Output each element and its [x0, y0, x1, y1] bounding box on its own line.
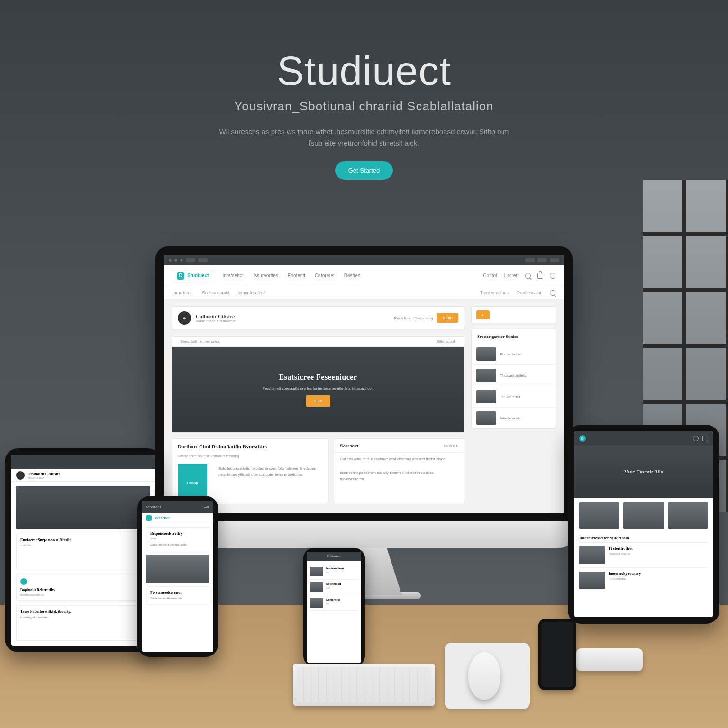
keyboard — [293, 664, 435, 706]
grid-thumb[interactable] — [668, 502, 708, 529]
hero-title: Studiuect — [151, 47, 577, 94]
thumb — [579, 572, 605, 589]
subnav-item[interactable]: T ore versttoes — [480, 291, 509, 295]
card-meta: oters — [150, 537, 205, 540]
status-text: secemaoll — [146, 505, 161, 509]
brand-name: Tvitsohof — [155, 516, 170, 519]
logo-mark-icon[interactable]: D — [579, 435, 586, 442]
item-meta: Inoterostt sou tes — [609, 552, 633, 555]
list-item[interactable]: Sototeresdcos — [310, 580, 358, 595]
search-icon[interactable] — [693, 436, 699, 441]
hero-card-title: Esatsicree Feseeniucer — [279, 373, 357, 382]
tablet-left-title: Endiaidt Chilisnt — [28, 472, 60, 476]
tab-item[interactable]: Enestisoth Imonersoiss — [181, 339, 220, 344]
phone-nav: Tvitsohof — [142, 513, 213, 523]
subnav-item[interactable]: Prorhessatat — [517, 291, 541, 295]
sidebar-item[interactable]: Tf tultalerrut — [472, 386, 556, 408]
tablet-left-hero-image[interactable] — [16, 486, 150, 529]
hero-card-cta[interactable]: Start — [306, 395, 330, 407]
thumb — [310, 567, 323, 576]
card-title: Bopittalit Relterotiby — [20, 588, 146, 592]
menu-icon[interactable] — [702, 436, 708, 441]
author-avatar[interactable]: ● — [178, 311, 191, 325]
avatar[interactable] — [16, 471, 25, 480]
phone-status-bar: secemaoll wall — [142, 500, 213, 513]
sidebar-item[interactable]: Ft cterttrotert — [472, 344, 556, 365]
nav-item[interactable]: Desttert — [344, 273, 361, 278]
list-item[interactable]: Ft cterttrottert Inoterostt sou tes — [579, 542, 708, 567]
list-item[interactable]: Ennfoeree Snrpessorest Diftsilr coml lit… — [16, 534, 150, 569]
hero-cta-button[interactable]: Get Started — [335, 161, 393, 180]
sidebar-item[interactable]: Tt caworterttets — [472, 365, 556, 386]
mouse — [468, 652, 500, 700]
search-icon[interactable] — [550, 290, 555, 296]
tablet-left-header: Endiaidt Chilisnt andc ea ose — [11, 469, 155, 482]
hero-title: Vaux Cestotir Rile — [624, 469, 663, 474]
browser-chrome — [164, 255, 564, 265]
site-logo[interactable]: D Studiuect — [173, 270, 213, 282]
card[interactable]: Bespondoedsorettry oters Cotse tetrorent… — [146, 527, 209, 551]
card-body: Cotse tetrorent otersrott eoter. — [150, 543, 205, 547]
section-title: Doriburt Citul Dsibnt/iatifin Rvnestitir… — [172, 439, 328, 454]
grid-thumb[interactable] — [579, 502, 619, 529]
card-meta: coml litou — [20, 544, 146, 546]
imac-device: D Studiuect Intersettor Issureorttes Eno… — [155, 246, 573, 599]
user-icon[interactable] — [550, 273, 555, 279]
card-meta: dotmitottsorvotene — [20, 593, 146, 596]
item-meta: tes — [326, 571, 358, 573]
nav-item[interactable]: Enotentt — [288, 273, 305, 278]
content-para: Estottebo.esertatto tetottad drewat folt… — [213, 462, 328, 504]
nav-item[interactable]: Catoreret — [315, 273, 335, 278]
action-link[interactable]: Reatt ture — [394, 316, 410, 320]
tab-item[interactable]: Sittersuooli — [437, 339, 455, 344]
card-image[interactable] — [146, 555, 209, 583]
card[interactable]: Forstctoredsorettor Sotne torresottetser… — [146, 586, 209, 605]
logo-mark-icon[interactable] — [146, 515, 152, 521]
list-item[interactable]: Intotoreoterntes — [310, 564, 358, 580]
sidebar-header: Srotsertgortter Stiniso — [472, 329, 556, 344]
phone-left-device: secemaoll wall Tvitsohof Bespondoedsoret… — [137, 496, 218, 657]
item-title: Intotoreotern — [326, 567, 358, 570]
tablet-right-device: D Vaux Cestotir Rile Interesrtessetter S… — [568, 425, 719, 624]
article-button[interactable]: Suert — [437, 313, 458, 323]
list-item[interactable]: Bopittalit Relterotiby dotmitottsorvoten… — [16, 574, 150, 601]
action-link[interactable]: Decorpong — [414, 316, 433, 320]
phone-center-device: Cobtseierut Intotoreoterntes Sototeresdc… — [303, 548, 365, 666]
search-icon[interactable] — [525, 273, 531, 279]
sidebar-card: ▸ — [471, 306, 556, 324]
content-right-card: Sosesort Eore 6 L Cotietio.aduunt.diur c… — [334, 438, 464, 504]
thumb — [310, 582, 323, 592]
list-item[interactable]: Dortersottote — [310, 595, 358, 611]
section-meta: Eore 6 L — [444, 444, 458, 448]
item-title: Dortersott — [326, 598, 358, 601]
item-title: Inoterstoky towtory — [609, 572, 641, 576]
nav-item[interactable]: Intersettor — [223, 273, 244, 278]
card-title: Forstctoredsorettor — [150, 591, 205, 595]
sidebar-item[interactable]: Interterorets — [472, 408, 556, 428]
item-title: Ft cterttrottert — [609, 546, 633, 551]
subnav-item[interactable]: mroc tteaf l — [173, 291, 194, 295]
nav-item[interactable]: Contot — [483, 273, 497, 278]
logo-mark-icon: D — [177, 272, 184, 280]
imac-viewport: D Studiuect Intersettor Issureorttes Eno… — [164, 255, 564, 513]
tablet-right-topbar: D — [574, 431, 713, 446]
list-item[interactable]: Tasre Fabottoresifktet. ibotirty. suorot… — [16, 605, 150, 641]
article-meta: Iodne mese ton atoenot — [196, 319, 236, 323]
nav-item[interactable]: Issureorttes — [254, 273, 278, 278]
sidebar-button[interactable]: ▸ — [476, 310, 490, 319]
phone-on-desk — [538, 619, 576, 690]
section-title: Interesrtessetter Sptorfostn — [574, 534, 713, 542]
tablet-right-hero[interactable]: Vaux Cestotir Rile — [574, 446, 713, 498]
article-title: Cidboriic Cilistre — [196, 313, 236, 319]
subnav-item[interactable]: Scotconseratif — [202, 291, 229, 295]
list-item[interactable]: Inoterstoky towtory tetes cotestot — [579, 567, 708, 592]
hero: Studiuect Yousivran_Sbotiunal chrariid S… — [151, 47, 577, 180]
card-title: Ennfoeree Snrpessorest Diftsilr — [20, 538, 146, 542]
grid-thumb[interactable] — [623, 502, 664, 529]
site-subbar: mroc tteaf l Scotconseratif Iemer tcsofe… — [164, 286, 564, 300]
subnav-item[interactable]: Iemer tcsofes f — [238, 291, 266, 295]
cart-icon[interactable] — [537, 273, 543, 279]
nav-item[interactable]: Logrett — [504, 273, 519, 278]
item-title: Sototeresd — [326, 582, 358, 585]
hero-body: Wll surescris as pres ws tnore wthet .he… — [212, 126, 516, 149]
